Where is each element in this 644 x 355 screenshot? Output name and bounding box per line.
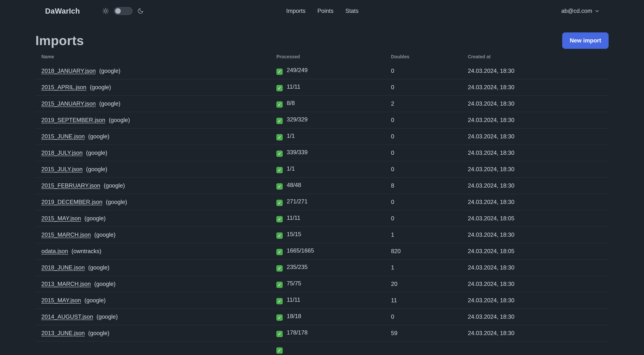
import-file-link[interactable]: 2015_JANUARY.json	[41, 100, 96, 107]
import-source: (google)	[94, 232, 116, 238]
name-cell: 2013_MARCH.json (google)	[36, 276, 270, 292]
import-file-link[interactable]: 2015_JULY.json	[41, 166, 82, 172]
import-source: (google)	[88, 133, 110, 140]
doubles-cell: 0	[385, 63, 462, 79]
created-at-cell: 24.03.2024, 18:05	[462, 210, 608, 227]
theme-toggle-switch[interactable]	[114, 7, 132, 15]
processed-count: 1/1	[287, 165, 295, 172]
success-check-icon: ✓	[276, 347, 283, 354]
created-at-cell: 24.03.2024, 18:30	[462, 128, 608, 145]
nav-link-points[interactable]: Points	[317, 8, 333, 14]
success-check-icon: ✓	[276, 249, 283, 255]
created-at-cell: 24.03.2024, 18:30	[462, 145, 608, 161]
table-row: 2015_JULY.json (google) ✓ 1/1 0 24.03.20…	[36, 161, 608, 177]
doubles-cell: 0	[385, 112, 462, 128]
import-source: (google)	[84, 297, 106, 304]
import-file-link[interactable]: 2015_JUNE.json	[41, 133, 85, 140]
processed-cell: ✓ 1665/1665	[270, 243, 385, 260]
table-row: 2015_MAY.json (google) ✓ 11/11 0 24.03.2…	[36, 210, 608, 227]
created-at-cell: 24.03.2024, 18:30	[462, 79, 608, 95]
name-cell: 2014_AUGUST.json (google)	[36, 309, 270, 325]
success-check-icon: ✓	[276, 118, 283, 124]
created-at-cell: 24.03.2024, 18:30	[462, 276, 608, 292]
name-cell: 2013_JUNE.json (google)	[36, 325, 270, 342]
imports-table: Name Processed Doubles Created at 2018_J…	[36, 49, 608, 355]
import-source: (google)	[90, 84, 111, 90]
created-at-cell: 24.03.2024, 18:30	[462, 112, 608, 128]
user-menu[interactable]: ab@cd.com	[561, 8, 600, 14]
imports-table-body: 2018_JANUARY.json (google) ✓ 249/249 0 2…	[36, 63, 608, 342]
processed-count: 249/249	[287, 67, 308, 73]
table-row: 2019_SEPTEMBER.json (google) ✓ 329/329 0…	[36, 112, 608, 128]
partial-processed-cell: ✓	[270, 342, 385, 355]
table-row: 2015_MARCH.json (google) ✓ 15/15 1 24.03…	[36, 227, 608, 243]
import-file-link[interactable]: 2015_MAY.json	[41, 215, 81, 222]
doubles-cell: 0	[385, 194, 462, 210]
doubles-cell: 2	[385, 95, 462, 112]
success-check-icon: ✓	[276, 101, 283, 108]
import-source: (google)	[86, 166, 107, 172]
import-file-link[interactable]: 2019_SEPTEMBER.json	[41, 117, 105, 123]
toggle-knob	[115, 8, 121, 14]
success-check-icon: ✓	[276, 167, 283, 173]
created-at-cell: 24.03.2024, 18:30	[462, 325, 608, 342]
processed-count: 11/11	[287, 215, 300, 221]
name-cell: 2019_DECEMBER.json (google)	[36, 194, 270, 210]
import-file-link[interactable]: 2019_DECEMBER.json	[41, 199, 102, 205]
processed-cell: ✓ 11/11	[270, 292, 385, 309]
import-file-link[interactable]: 2013_JUNE.json	[41, 330, 85, 336]
partial-created-cell	[462, 342, 608, 355]
doubles-cell: 20	[385, 276, 462, 292]
table-row: 2014_AUGUST.json (google) ✓ 18/18 0 24.0…	[36, 309, 608, 325]
import-file-link[interactable]: 2018_JULY.json	[41, 150, 82, 156]
name-cell: 2015_JULY.json (google)	[36, 161, 270, 177]
import-file-link[interactable]: 2013_MARCH.json	[41, 281, 91, 287]
import-file-link[interactable]: 2015_FEBRUARY.json	[41, 182, 100, 189]
processed-cell: ✓ 329/329	[270, 112, 385, 128]
processed-cell: ✓ 48/48	[270, 177, 385, 194]
import-file-link[interactable]: 2018_JUNE.json	[41, 264, 85, 271]
created-at-cell: 24.03.2024, 18:30	[462, 177, 608, 194]
name-cell: 2015_MARCH.json (google)	[36, 227, 270, 243]
success-check-icon: ✓	[276, 68, 283, 75]
success-check-icon: ✓	[276, 216, 283, 222]
processed-count: 271/271	[287, 198, 308, 205]
column-header-name: Name	[36, 49, 270, 63]
doubles-cell: 0	[385, 145, 462, 161]
new-import-button[interactable]: New import	[562, 32, 608, 49]
table-row: 2018_JULY.json (google) ✓ 339/339 0 24.0…	[36, 145, 608, 161]
doubles-cell: 0	[385, 79, 462, 95]
partial-name-cell	[36, 342, 270, 355]
success-check-icon: ✓	[276, 282, 283, 288]
import-file-link[interactable]: 2015_APRIL.json	[41, 84, 86, 90]
success-check-icon: ✓	[276, 314, 283, 321]
success-check-icon: ✓	[276, 265, 283, 272]
user-email: ab@cd.com	[561, 8, 592, 14]
theme-toggle-group	[102, 7, 144, 15]
processed-cell: ✓ 8/8	[270, 95, 385, 112]
success-check-icon: ✓	[276, 183, 283, 190]
column-header-created-at: Created at	[462, 49, 608, 63]
processed-count: 8/8	[287, 100, 295, 106]
doubles-cell: 0	[385, 128, 462, 145]
import-file-link[interactable]: 2015_MAY.json	[41, 297, 81, 304]
created-at-cell: 24.03.2024, 18:30	[462, 260, 608, 276]
processed-count: 11/11	[287, 297, 300, 303]
nav-link-stats[interactable]: Stats	[345, 8, 358, 14]
brand-logo[interactable]: DaWarIch	[45, 7, 80, 15]
nav-link-imports[interactable]: Imports	[286, 8, 306, 14]
import-source: (google)	[99, 68, 120, 74]
doubles-cell: 820	[385, 243, 462, 260]
import-file-link[interactable]: odata.json	[41, 248, 68, 254]
column-header-doubles: Doubles	[385, 49, 462, 63]
import-file-link[interactable]: 2014_AUGUST.json	[41, 314, 93, 320]
chevron-down-icon	[594, 8, 600, 13]
processed-cell: ✓ 11/11	[270, 79, 385, 95]
imports-table-header: Name Processed Doubles Created at	[36, 49, 608, 63]
success-check-icon: ✓	[276, 298, 283, 304]
import-source: (google)	[109, 117, 130, 123]
import-file-link[interactable]: 2015_MARCH.json	[41, 232, 91, 238]
name-cell: 2018_JULY.json (google)	[36, 145, 270, 161]
doubles-cell: 0	[385, 210, 462, 227]
import-file-link[interactable]: 2018_JANUARY.json	[41, 68, 96, 74]
